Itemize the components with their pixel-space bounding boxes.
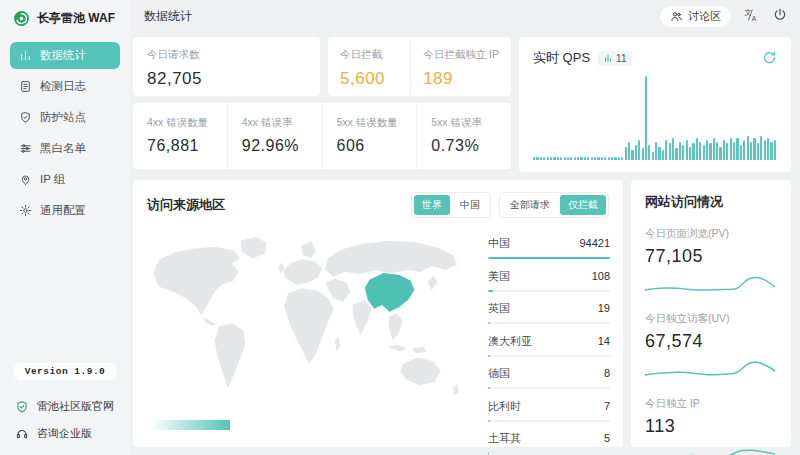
sidebar-item-map-pin[interactable]: IP 组: [10, 166, 120, 193]
qps-bar: [703, 145, 705, 160]
err-5xx-rate: 5xx 错误率 0.73%: [416, 103, 511, 169]
community-site-label: 雷池社区版官网: [37, 399, 114, 414]
madagascar-region: [334, 336, 341, 353]
sidebar-item-shield-check[interactable]: 防护站点: [10, 104, 120, 131]
greenland-region: [240, 237, 267, 259]
north-america-region: [153, 246, 240, 316]
qps-bar: [580, 157, 582, 160]
qps-bar: [716, 142, 718, 160]
sidebar-item-sliders[interactable]: 黑白名单: [10, 135, 120, 162]
svg-text:A: A: [752, 15, 757, 22]
traffic-origin-card: 访问来源地区 世界中国 全部请求仅拦截 中国94: [133, 180, 623, 447]
enterprise-link[interactable]: 咨询企业版: [0, 420, 130, 447]
region-bar: [488, 452, 610, 454]
err-5xx-rate-label: 5xx 错误率: [431, 116, 511, 130]
qps-bar: [774, 140, 776, 160]
map-filter-option-1[interactable]: 仅拦截: [560, 195, 606, 215]
qps-bar: [655, 142, 657, 160]
blocked-ips-label: 今日拦截独立 IP: [423, 48, 499, 62]
file-text-icon: [19, 80, 32, 93]
realtime-qps-card: 实时 QPS 11: [519, 37, 791, 172]
version-badge: Version 1.9.0: [13, 363, 118, 380]
err-5xx-count-value: 606: [337, 137, 417, 155]
qps-bar: [662, 150, 664, 160]
map-filter-option-0[interactable]: 全部请求: [502, 195, 558, 215]
russia-region: [325, 240, 458, 277]
shield-check-icon: [19, 111, 32, 124]
indonesia-region: [387, 344, 408, 352]
request-filter-toggle: 全部请求仅拦截: [499, 192, 609, 218]
qps-bar: [635, 145, 637, 160]
qps-bar: [645, 76, 647, 160]
translate-icon: 文 A: [743, 7, 759, 23]
qps-bar: [608, 157, 610, 160]
language-toggle-button[interactable]: 文 A: [741, 6, 761, 26]
qps-bar: [550, 157, 552, 160]
region-value: 8: [604, 367, 610, 379]
map-density-legend: [150, 420, 230, 430]
qps-bar: [584, 157, 586, 160]
region-name: 比利时: [488, 399, 521, 414]
requests-today-label: 今日请求数: [147, 48, 306, 62]
qps-bar: [557, 157, 559, 160]
blocked-ips-value: 189: [423, 69, 499, 89]
world-china-toggle: 世界中国: [411, 192, 491, 218]
community-site-link[interactable]: 雷池社区版官网: [0, 393, 130, 420]
blocks-count-value: 5,600: [340, 69, 398, 89]
qps-bar: [543, 157, 545, 160]
svg-text:文: 文: [744, 8, 751, 17]
region-row: 比利时7: [488, 399, 610, 422]
region-bar: [488, 387, 610, 389]
visit-metric-value: 113: [645, 416, 777, 437]
sidebar-item-file-text[interactable]: 检测日志: [10, 73, 120, 100]
qps-bar: [726, 143, 728, 160]
qps-bar: [740, 145, 742, 160]
visit-metric: 今日独立访客(UV)67,574: [645, 312, 777, 381]
visit-metric-label: 今日页面浏览(PV): [645, 227, 777, 241]
qps-bar: [618, 157, 620, 160]
enterprise-label: 咨询企业版: [37, 426, 92, 441]
qps-bar: [706, 140, 708, 160]
visit-metric: 今日页面浏览(PV)77,105: [645, 227, 777, 296]
qps-bar: [648, 145, 650, 160]
sidebar-item-label: 防护站点: [40, 110, 86, 125]
region-name: 德国: [488, 366, 510, 381]
map-view-option-0[interactable]: 世界: [414, 195, 450, 215]
err-5xx-rate-value: 0.73%: [431, 137, 511, 155]
err-4xx-rate: 4xx 错误率 92.96%: [227, 103, 322, 169]
map-toggles: 世界中国 全部请求仅拦截: [411, 192, 609, 218]
app-title: 长亭雷池 WAF: [37, 10, 115, 27]
qps-bar: [533, 157, 535, 160]
err-4xx-rate-value: 92.96%: [242, 137, 322, 155]
qps-current-badge: 11: [598, 51, 632, 66]
gear-icon: [19, 204, 32, 217]
qps-bar: [614, 157, 616, 160]
china-region-highlighted: [364, 272, 414, 312]
qps-bar: [733, 142, 735, 160]
qps-bar: [604, 157, 606, 160]
qps-bar: [594, 157, 596, 160]
visit-sparkline: [645, 270, 775, 296]
sidebar-item-label: 黑白名单: [40, 141, 86, 156]
visit-metric-value: 77,105: [645, 246, 777, 267]
community-button[interactable]: 讨论区: [659, 5, 732, 28]
qps-bar: [621, 157, 623, 160]
qps-bar: [675, 148, 677, 160]
logout-button[interactable]: [770, 6, 790, 26]
region-bar: [488, 355, 610, 357]
qps-bar: [597, 157, 599, 160]
qps-bar: [747, 136, 749, 160]
sidebar-item-bar-chart[interactable]: 数据统计: [10, 42, 120, 69]
qps-bar: [672, 138, 674, 160]
region-ranking-list: 中国94421美国108英国19澳大利亚14德国8比利时7土耳其5: [488, 236, 610, 455]
map-view-option-1[interactable]: 中国: [452, 195, 488, 215]
region-name: 澳大利亚: [488, 334, 532, 349]
qps-bar: [682, 145, 684, 160]
bar-chart-icon: [19, 49, 32, 62]
sidebar-item-gear[interactable]: 通用配置: [10, 197, 120, 224]
qps-bar: [713, 138, 715, 160]
qps-bar: [536, 157, 538, 160]
region-bar: [488, 290, 610, 292]
southeast-asia-region: [389, 313, 404, 341]
qps-refresh-button[interactable]: [761, 50, 777, 66]
